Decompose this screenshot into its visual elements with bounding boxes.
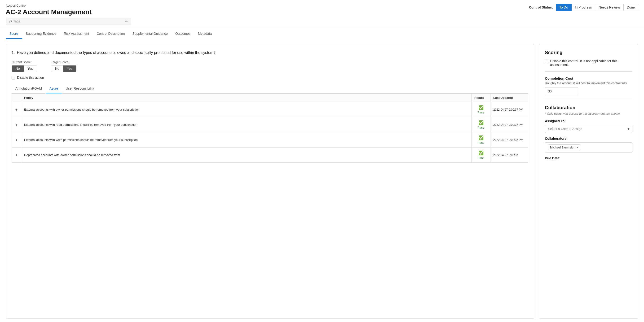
updated-cell: 2022-04-27 0:00:37 PM [490,117,528,132]
table-row: + External accounts with write permissio… [12,132,528,148]
right-panel: Scoring Disable this control. It is not … [539,44,638,319]
tab-metadata[interactable]: Metadata [194,29,216,39]
expand-button[interactable]: + [12,132,21,148]
pass-label: Pass [478,156,484,160]
cost-input[interactable] [545,87,578,95]
target-score-toggle: No Yes [51,65,76,72]
divider [545,71,632,72]
pass-icon: ✅ [478,150,484,156]
collaboration-title: Collaboration [545,105,632,110]
result-cell: ✅ Pass [472,117,490,132]
disable-action-checkbox[interactable] [12,76,15,79]
collaborators-label: Collaborators: [545,137,632,140]
left-panel: 1. Have you defined and documented the t… [6,44,534,319]
status-done-button[interactable]: Done [624,4,638,11]
collaborator-name: Michael Blumreich [550,146,575,149]
expand-button[interactable]: + [12,102,21,117]
updated-cell: 2022-04-27 0:00:37 PM [490,102,528,117]
main-content: 1. Have you defined and documented the t… [0,39,644,322]
result-cell: ✅ Pass [472,132,490,148]
tags-edit-icon[interactable]: ✏ [125,19,128,23]
scoring-title: Scoring [545,50,632,55]
page-header: Access Control AC-2 Account Management 🏷… [0,0,644,27]
control-status-section: Control Status: To Do In Progress Needs … [529,4,638,11]
due-date-label: Due Date: [545,156,632,160]
tab-supplemental-guidance[interactable]: Supplemental Guidance [128,29,171,39]
assign-placeholder: Select a User to Assign [548,127,582,131]
status-inprogress-button[interactable]: In Progress [572,4,596,11]
expand-button[interactable]: + [12,117,21,132]
question-number: 1. [12,51,15,55]
tabs-bar: Score Supporting Evidence Risk Assessmen… [0,29,644,39]
sub-tab-user-responsibility[interactable]: User Responsibility [62,84,98,93]
collaborators-box: Michael Blumreich × [545,142,632,152]
control-status-label: Control Status: [529,5,553,9]
tab-risk-assessment[interactable]: Risk Assessment [60,29,93,39]
tab-control-description[interactable]: Control Description [93,29,128,39]
result-cell: ✅ Pass [472,148,490,163]
assign-select[interactable]: Select a User to Assign ▾ [545,125,632,133]
updated-cell: 2022-04-27 0:00:37 PM [490,132,528,148]
sub-tab-annotation[interactable]: Annotation/POAM [12,84,46,93]
policy-table: Policy Result Last Updated + External ac… [12,93,528,163]
page-title: AC-2 Account Management [6,8,131,16]
pass-label: Pass [478,141,484,144]
collaborator-tag: Michael Blumreich × [548,144,580,150]
table-header-updated: Last Updated [490,94,528,102]
target-score-label: Target Score: [51,60,76,64]
table-header-policy: Policy [21,94,472,102]
pass-icon: ✅ [478,135,484,140]
pass-icon: ✅ [478,105,484,110]
remove-collaborator-button[interactable]: × [576,146,578,149]
policy-text: External accounts with owner permissions… [21,102,472,117]
tab-score[interactable]: Score [6,29,22,39]
current-score-group: Current Score: No Yes [12,60,37,72]
chevron-down-icon: ▾ [628,127,629,131]
score-row: Current Score: No Yes Target Score: No Y… [12,60,528,72]
completion-cost-title: Completion Cost [545,76,632,80]
target-score-yes-button[interactable]: Yes [63,65,76,72]
tags-label: Tags [13,19,125,23]
table-row: + External accounts with read permission… [12,117,528,132]
table-row: + External accounts with owner permissio… [12,102,528,117]
page-category: Access Control [6,4,131,7]
question-body: Have you defined and documented the type… [17,51,216,55]
policy-text: Deprecated accounts with owner permissio… [21,148,472,163]
status-needsreview-button[interactable]: Needs Review [595,4,624,11]
tags-bar[interactable]: 🏷 Tags ✏ [6,18,131,25]
pass-label: Pass [478,111,484,114]
policy-text: External accounts with write permissions… [21,132,472,148]
assigned-to-label: Assigned To: [545,119,632,123]
completion-cost-desc: Roughly the amount it will cost to imple… [545,81,632,85]
status-todo-button[interactable]: To Do [556,4,572,11]
table-header-result: Result [472,94,490,102]
current-score-no-button[interactable]: No [12,65,24,72]
pass-icon: ✅ [478,120,484,125]
tag-icon: 🏷 [9,20,12,23]
divider [545,100,632,100]
collaboration-note: * Only users with access to this assessm… [545,112,632,115]
disable-action-row: Disable this action [12,76,528,79]
result-cell: ✅ Pass [472,102,490,117]
target-score-group: Target Score: No Yes [51,60,76,72]
header-left: Access Control AC-2 Account Management 🏷… [6,4,131,25]
tab-supporting-evidence[interactable]: Supporting Evidence [22,29,60,39]
sub-tabs: Annotation/POAM Azure User Responsibilit… [12,84,528,93]
current-score-label: Current Score: [12,60,37,64]
table-header-expand [12,94,21,102]
target-score-no-button[interactable]: No [51,65,63,72]
updated-cell: 2022-04-27 0:00:37 [490,148,528,163]
expand-button[interactable]: + [12,148,21,163]
question-text: 1. Have you defined and documented the t… [12,50,528,55]
table-row: + Deprecated accounts with owner permiss… [12,148,528,163]
sub-tab-azure[interactable]: Azure [46,84,62,93]
tab-outcomes[interactable]: Outcomes [172,29,194,39]
disable-control-row: Disable this control. It is not applicab… [545,59,632,67]
current-score-toggle: No Yes [12,65,37,72]
disable-action-label[interactable]: Disable this action [17,76,44,79]
disable-control-checkbox[interactable] [545,59,548,63]
policy-text: External accounts with read permissions … [21,117,472,132]
disable-control-label[interactable]: Disable this control. It is not applicab… [550,59,632,67]
current-score-yes-button[interactable]: Yes [24,65,37,72]
pass-label: Pass [478,126,484,129]
